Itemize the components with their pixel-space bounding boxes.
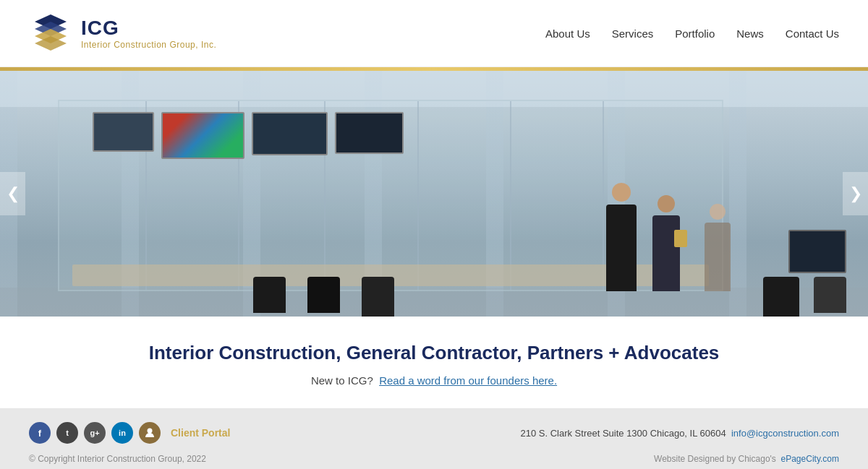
footer-address: 210 S. Clark Street Suite 1300 Chicago, …	[520, 428, 839, 439]
client-portal-link[interactable]: Client Portal	[171, 427, 230, 439]
logo-icon	[29, 12, 72, 55]
address-text: 210 S. Clark Street Suite 1300 Chicago, …	[520, 428, 726, 439]
right-chairs	[763, 277, 846, 317]
person-1	[606, 183, 637, 291]
hero-section: ❮ ❯	[0, 71, 868, 317]
logo-text: ICG Interior Construction Group, Inc.	[81, 17, 216, 50]
nav-news[interactable]: News	[736, 27, 764, 40]
carousel-right-arrow[interactable]: ❯	[843, 172, 868, 215]
main-nav: About Us Services Portfolio News Contact…	[545, 27, 839, 40]
svg-marker-3	[35, 36, 67, 51]
nav-about[interactable]: About Us	[545, 27, 590, 40]
nav-services[interactable]: Services	[612, 27, 654, 40]
site-footer: f t g+ in Client Portal 210 S. Clark Str…	[0, 409, 868, 469]
logo-subtitle-label: Interior Construction Group, Inc.	[81, 40, 216, 50]
content-section: Interior Construction, General Contracto…	[0, 317, 868, 409]
nav-contact[interactable]: Contact Us	[786, 27, 839, 40]
logo-icg-label: ICG	[81, 17, 216, 40]
person-svg	[144, 427, 156, 439]
site-header: ICG Interior Construction Group, Inc. Ab…	[0, 0, 868, 67]
twitter-icon[interactable]: t	[56, 422, 78, 444]
nav-portfolio[interactable]: Portfolio	[675, 27, 715, 40]
copyright-text: © Copyright Interior Construction Group,…	[29, 454, 206, 464]
monitor-row	[93, 112, 404, 159]
founders-link[interactable]: Read a word from our founders here.	[379, 374, 557, 387]
floor	[0, 288, 868, 317]
email-link[interactable]: info@icgconstruction.com	[731, 428, 839, 439]
facebook-icon[interactable]: f	[29, 422, 51, 444]
svg-point-4	[148, 429, 153, 434]
subtext-prefix: New to ICG?	[311, 374, 373, 387]
social-icons: f t g+ in	[29, 422, 161, 444]
chairs	[253, 277, 394, 317]
google-plus-icon[interactable]: g+	[84, 422, 106, 444]
person-2	[652, 195, 680, 291]
hero-background	[0, 71, 868, 317]
carousel-left-arrow[interactable]: ❮	[0, 172, 25, 215]
sub-paragraph: New to ICG? Read a word from our founder…	[14, 374, 854, 387]
designed-by-prefix: Website Designed by Chicago's	[654, 454, 776, 464]
linkedin-icon[interactable]: in	[111, 422, 133, 444]
designed-by: Website Designed by Chicago's ePageCity.…	[654, 454, 839, 464]
main-headline: Interior Construction, General Contracto…	[14, 342, 854, 364]
right-monitor	[788, 230, 846, 273]
footer-bottom: © Copyright Interior Construction Group,…	[29, 454, 839, 464]
footer-top: f t g+ in Client Portal 210 S. Clark Str…	[29, 422, 839, 444]
footer-left: f t g+ in Client Portal	[29, 422, 230, 444]
person-3	[705, 204, 731, 291]
client-person-icon[interactable]	[139, 422, 161, 444]
epagecity-link[interactable]: ePageCity.com	[781, 454, 839, 464]
logo[interactable]: ICG Interior Construction Group, Inc.	[29, 12, 216, 55]
